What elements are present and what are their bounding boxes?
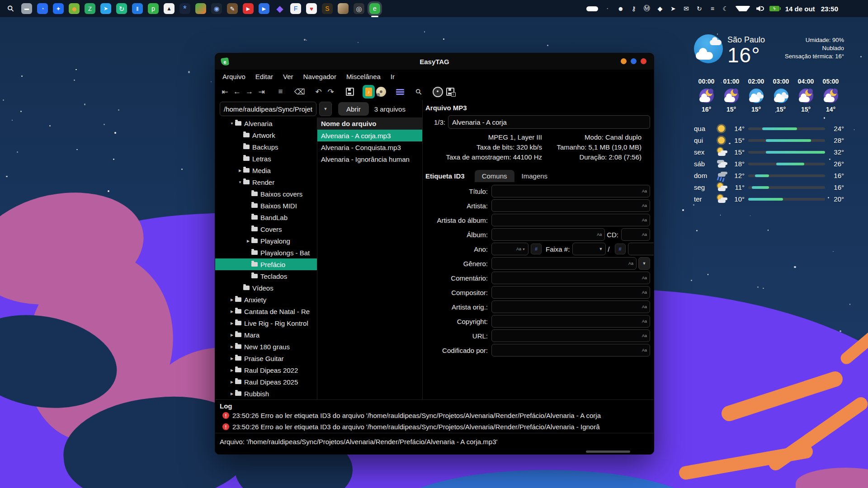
copyright-input[interactable] [492,318,639,325]
battery-icon[interactable]: ϟ [769,6,779,11]
m-circle-icon[interactable]: Ⓜ [643,5,651,13]
gimp-icon[interactable]: ✎ [227,3,238,14]
insert-number-button[interactable]: # [615,244,626,254]
tree-item-alvenaria[interactable]: ▼Alvenaria [215,117,317,129]
contacts-icon[interactable]: ☻ [69,3,80,14]
undo-button[interactable]: ↶ [312,86,325,98]
clear-button[interactable]: ⌫ [293,86,306,98]
go-last-button[interactable]: ⇥ [255,86,268,98]
resolve-icon[interactable]: ◉ [211,3,222,14]
cd-field[interactable]: Aa [621,228,650,241]
titlebar[interactable]: e EasyTAG [215,53,654,70]
notes-icon[interactable]: ≡ [709,5,716,13]
mask-aa-icon[interactable]: Aa [639,232,650,237]
file-row[interactable]: Alvenaria - Conquista.mp3 [317,141,422,153]
track-input[interactable] [573,245,596,253]
trello-icon[interactable]: ‖ [132,3,143,14]
menu-miscelânea[interactable]: Miscelânea [342,71,385,82]
cddb-artist-button[interactable]: ☻ [375,86,387,98]
log-entry[interactable]: !23:50:26 Erro ao ler etiqueta ID3 do ar… [220,421,654,432]
media-player-blue-icon[interactable]: ▶ [259,3,269,14]
album-field[interactable]: Aa [491,228,605,241]
planner-icon[interactable]: p [148,3,159,14]
expander-icon[interactable]: ▶ [229,298,235,302]
album-artist-input[interactable] [492,216,639,224]
encoded-by-input[interactable] [492,347,639,354]
artist-field[interactable]: Aa [491,199,650,212]
topbar-date[interactable]: 14 de out [785,5,815,13]
expander-icon[interactable]: ▶ [237,169,243,173]
mask-aa-icon[interactable]: Aa [626,261,636,266]
save-playlist-button[interactable]: i [444,86,456,98]
playlist-button[interactable] [394,86,406,98]
topbar-clock[interactable]: 23:50 [821,5,838,13]
title-input[interactable] [492,188,639,195]
track-dropdown-icon[interactable]: ▼ [596,247,605,251]
track-total-field[interactable]: Aa [628,243,654,255]
wifi-icon[interactable] [735,6,750,11]
orig-artist-field[interactable]: Aa [491,300,650,313]
expander-icon[interactable]: ▶ [229,333,235,337]
expander-icon[interactable]: ▶ [229,321,235,325]
save-button[interactable] [344,86,356,98]
go-previous-button[interactable]: ← [231,86,243,98]
search-files-button[interactable]: ⚲ [413,86,425,98]
menu-ver[interactable]: Ver [278,71,298,82]
composer-input[interactable] [492,289,639,296]
path-combo[interactable] [220,102,316,116]
redo-button[interactable]: ↷ [325,86,337,98]
cards-game-icon[interactable]: ♥ [306,3,317,14]
window-close-button[interactable] [641,58,646,64]
flathub-icon[interactable]: F [290,3,301,14]
genre-input[interactable] [492,260,626,267]
tree-item-backups[interactable]: Backups [215,141,317,153]
tree-item-rubbish[interactable]: ▶Rubbish [215,388,317,399]
tree-item-playalongs-bat[interactable]: Playalongs - Bat [215,247,317,258]
album-artist-field[interactable]: Aa [491,214,650,226]
expander-icon[interactable]: ▶ [229,345,235,349]
menu-navegador[interactable]: Navegador [299,71,341,82]
tree-item-letras[interactable]: Letras [215,153,317,164]
tree-item-covers[interactable]: Covers [215,223,317,235]
path-dropdown-button[interactable]: ▼ [319,102,332,116]
window-minimize-button[interactable] [621,58,627,64]
mask-aa-icon[interactable]: Aa [594,232,604,237]
tree-item-artwork[interactable]: Artwork [215,129,317,141]
tree-item-live-rig-rig-kontrol[interactable]: ▶Live Rig - Rig Kontrol [215,317,317,329]
tree-item-bandlab[interactable]: BandLab [215,211,317,223]
mail-icon[interactable]: ✉ [683,5,690,13]
select-all-button[interactable]: ≡ [274,86,287,98]
telegram-icon[interactable]: ➤ [100,3,111,14]
browser-icon[interactable]: ◔ [37,3,48,14]
zed-icon[interactable]: Z [85,3,95,14]
tree-item-raul-dipeas-2025[interactable]: ▶Raul Dipeas 2025 [215,376,317,388]
path-input[interactable] [220,105,316,113]
expander-icon[interactable]: ▶ [229,310,235,314]
mask-aa-icon[interactable]: Aa [639,276,650,280]
expander-icon[interactable]: ▶ [229,392,235,396]
tree-item-media[interactable]: ▶Media [215,164,317,176]
mask-aa-icon[interactable]: Aa [639,203,650,208]
separator-dot-icon[interactable]: · [604,5,611,13]
expander-icon[interactable]: ▶ [229,380,235,384]
file-list-header[interactable]: Nome do arquivo [317,117,422,130]
telegram-status-icon[interactable]: ➤ [670,5,677,13]
volume-icon[interactable] [756,5,764,13]
file-row[interactable]: Alvenaria - Ignorância human [317,153,422,165]
expander-icon[interactable]: ▶ [229,368,235,372]
tree-item-teclados[interactable]: Teclados [215,270,317,282]
expander-icon[interactable]: ▶ [229,357,235,361]
horizontal-scrollbar[interactable] [586,450,630,453]
film-reel-icon[interactable]: ◎ [354,3,364,14]
filename-input[interactable] [448,118,650,126]
tree-item-cantata-de-natal-re[interactable]: ▶Cantata de Natal - Re [215,305,317,317]
mask-aa-icon[interactable]: Aa [639,319,650,324]
title-field[interactable]: Aa [491,185,650,197]
menu-ir[interactable]: Ir [386,71,399,82]
comment-input[interactable] [492,274,639,282]
tree-item-pref-cio[interactable]: Prefácio [215,258,317,270]
go-first-button[interactable]: ⇤ [219,86,231,98]
tree-item-baixos-midi[interactable]: Baixos MIDI [215,200,317,211]
obsidian-icon[interactable]: ◆ [274,3,285,14]
menu-arquivo[interactable]: Arquivo [218,71,250,82]
